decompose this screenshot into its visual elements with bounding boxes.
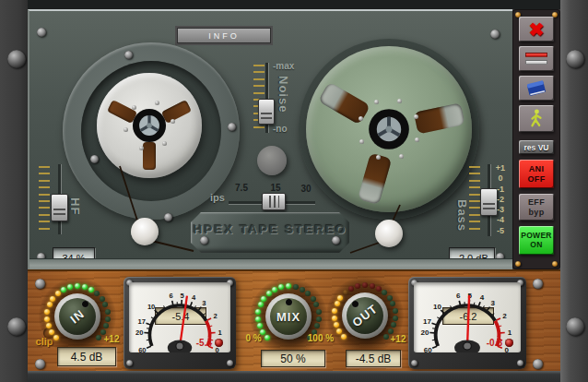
vu-lcd-right: -6.2 — [442, 307, 494, 325]
rivet — [162, 141, 167, 146]
panel-screw — [533, 279, 543, 289]
ani-off-button[interactable]: ANI OFF — [519, 160, 554, 188]
led — [46, 323, 52, 328]
rack-rail-right — [560, 0, 588, 382]
ips-option-30: 30 — [295, 184, 317, 194]
noise-min-label: -no — [273, 124, 288, 134]
plate-screw — [200, 236, 208, 245]
bass-label: Bass — [455, 199, 469, 232]
led — [272, 287, 277, 292]
led — [348, 286, 354, 292]
info-button[interactable]: INFO — [177, 28, 271, 43]
in-value-display: 4.5 dB — [57, 347, 116, 366]
close-button[interactable]: ✖ — [519, 17, 554, 42]
led — [393, 316, 398, 321]
rivet — [374, 100, 379, 104]
bass-value-display: -2.0 dB — [449, 247, 495, 269]
walker-button[interactable] — [519, 105, 554, 132]
panel-screw — [37, 28, 46, 37]
led — [55, 291, 61, 296]
svg-text:20: 20 — [420, 328, 429, 337]
reel-slot — [358, 153, 392, 206]
ips-option-7-5: 7.5 — [230, 183, 253, 193]
meter-screw — [517, 360, 523, 366]
led — [105, 316, 111, 322]
led — [293, 284, 299, 290]
svg-text:17: 17 — [137, 317, 145, 326]
effect-bypass-button[interactable]: EFF byp — [519, 194, 554, 221]
center-round-button[interactable] — [257, 146, 287, 175]
led — [332, 316, 337, 321]
svg-text:2: 2 — [502, 312, 507, 320]
power-on-button[interactable]: POWER ON — [519, 226, 554, 255]
reel-hub — [132, 108, 167, 143]
bass-scale-tick: +1 — [491, 163, 510, 173]
led — [335, 301, 340, 306]
rivet — [399, 154, 404, 159]
column-screw — [515, 261, 521, 267]
led — [44, 316, 50, 322]
vu-meter-face: -5.4 -5.4 602017106543210 — [129, 282, 230, 352]
bass-scale: +1 0 -1 -2 -3 -4 -5 — [491, 163, 510, 236]
svg-text:5: 5 — [467, 292, 472, 300]
ips-option-15: 15 — [265, 183, 287, 193]
rivet — [132, 105, 136, 110]
led — [343, 290, 348, 295]
hf-label: HF — [68, 197, 82, 215]
knob-pointer — [286, 299, 292, 305]
panel-screw — [37, 253, 45, 261]
vu-meter-left: -5.4 -5.4 602017106543210 — [123, 277, 236, 369]
left-tape-reel — [97, 73, 202, 178]
manual-button[interactable] — [519, 76, 554, 101]
platter-screw — [124, 51, 133, 59]
rivet — [397, 99, 402, 103]
vu-meter-right: -6.2 -0.8 602017106543210 — [408, 277, 526, 369]
rack-screw — [566, 317, 584, 336]
hf-slider-ticks — [39, 166, 50, 234]
ips-slider-handle[interactable] — [262, 193, 286, 210]
minimize-button[interactable] — [519, 46, 554, 71]
svg-text:6: 6 — [170, 292, 173, 301]
out-value-display: -4.5 dB — [346, 350, 401, 367]
led — [88, 287, 94, 292]
reset-vu-button[interactable]: res VU — [519, 140, 554, 154]
led — [105, 309, 111, 315]
bass-scale-tick: -5 — [491, 226, 510, 236]
led — [370, 283, 375, 289]
svg-text:2: 2 — [213, 312, 217, 320]
bass-scale-tick: -1 — [491, 185, 510, 195]
column-screw — [552, 261, 558, 267]
svg-text:4: 4 — [192, 293, 196, 302]
bass-scale-tick: -4 — [491, 215, 510, 225]
panel-screw — [496, 253, 504, 261]
platter-screw — [164, 213, 172, 221]
led — [261, 296, 266, 302]
reel-hub — [368, 108, 410, 150]
mix-min-label: 0 % — [238, 333, 269, 343]
led — [362, 282, 368, 288]
tape-deck-panel: INFO — [28, 9, 512, 269]
peak-value-right: -0.8 — [469, 338, 502, 348]
led — [255, 316, 261, 322]
hf-slider-handle[interactable] — [51, 194, 68, 221]
led — [75, 283, 80, 289]
led — [266, 291, 272, 296]
noise-slider-handle[interactable] — [258, 99, 275, 125]
bottom-band — [28, 371, 560, 382]
led — [100, 296, 105, 302]
book-icon — [524, 79, 548, 98]
panel-screw — [490, 30, 500, 39]
reel-slot — [143, 142, 156, 170]
led — [53, 335, 59, 340]
led — [376, 286, 382, 292]
led — [311, 296, 316, 302]
noise-max-label: -max — [273, 61, 294, 71]
peak-value-left: -5.4 — [179, 338, 212, 348]
close-icon: ✖ — [529, 20, 545, 39]
light-stripe-icon — [525, 60, 547, 65]
hf-value-display: 34 % — [53, 247, 95, 269]
led — [341, 334, 347, 340]
name-plate: HPEX TAPE STEREO — [191, 212, 349, 253]
rivet — [359, 139, 364, 144]
led — [82, 284, 88, 290]
